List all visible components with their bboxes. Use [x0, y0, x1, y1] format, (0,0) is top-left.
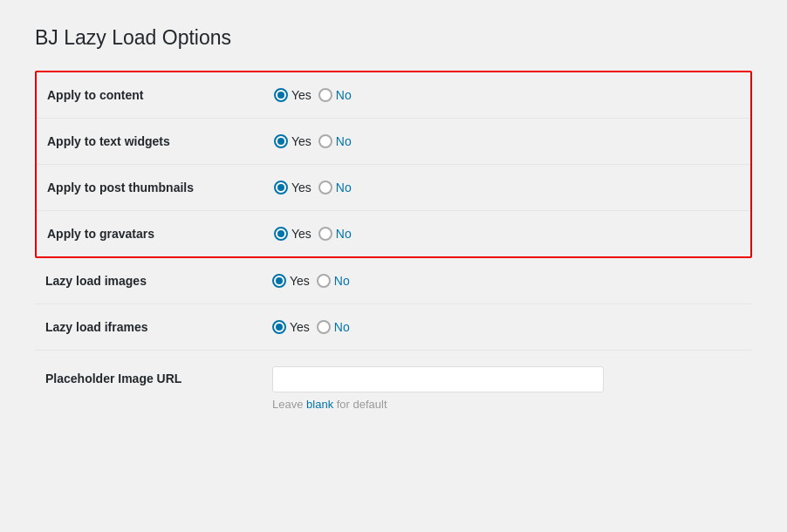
page-title: BJ Lazy Load Options: [35, 26, 752, 50]
lazy-load-images-controls: Yes No: [272, 274, 350, 288]
placeholder-image-url-label: Placeholder Image URL: [45, 366, 272, 385]
placeholder-hint: Leave blank for default: [272, 398, 604, 411]
apply-post-thumbnails-yes-label[interactable]: Yes: [274, 181, 311, 194]
lazy-load-images-yes-label[interactable]: Yes: [272, 274, 310, 288]
lazy-load-images-yes-text: Yes: [290, 274, 310, 288]
apply-content-yes-text: Yes: [291, 88, 311, 102]
apply-content-label: Apply to content: [47, 88, 274, 102]
apply-content-no-text: No: [336, 88, 352, 102]
row-apply-text-widgets: Apply to text widgets Yes No: [37, 119, 750, 165]
placeholder-hint-before: Leave: [272, 398, 306, 411]
apply-content-no-radio[interactable]: [318, 88, 332, 102]
apply-gravatars-yes-label[interactable]: Yes: [274, 227, 311, 241]
apply-text-widgets-label: Apply to text widgets: [47, 134, 274, 148]
apply-content-no-label[interactable]: No: [318, 88, 352, 102]
apply-post-thumbnails-no-radio[interactable]: [318, 181, 332, 194]
apply-text-widgets-no-text: No: [336, 134, 352, 148]
apply-content-yes-label[interactable]: Yes: [274, 88, 311, 102]
apply-post-thumbnails-label: Apply to post thumbnails: [47, 181, 274, 194]
apply-post-thumbnails-controls: Yes No: [274, 181, 352, 194]
apply-text-widgets-controls: Yes No: [274, 134, 352, 148]
apply-text-widgets-yes-text: Yes: [291, 134, 311, 148]
apply-content-controls: Yes No: [274, 88, 352, 102]
apply-text-widgets-no-radio[interactable]: [318, 134, 332, 148]
lazy-load-iframes-yes-radio[interactable]: [272, 320, 286, 334]
apply-post-thumbnails-no-text: No: [336, 181, 352, 194]
lazy-load-images-no-label[interactable]: No: [317, 274, 350, 288]
highlighted-section: Apply to content Yes No Apply to text wi…: [35, 71, 752, 258]
row-apply-content: Apply to content Yes No: [37, 72, 750, 119]
lazy-load-iframes-yes-text: Yes: [290, 320, 310, 334]
lazy-load-iframes-no-radio[interactable]: [317, 320, 331, 334]
apply-gravatars-no-label[interactable]: No: [318, 227, 352, 241]
lazy-load-iframes-controls: Yes No: [272, 320, 350, 334]
lazy-load-iframes-no-text: No: [334, 320, 350, 334]
lazy-load-iframes-yes-label[interactable]: Yes: [272, 320, 310, 334]
placeholder-image-url-controls: Leave blank for default: [272, 366, 604, 411]
lazy-load-iframes-label: Lazy load iframes: [45, 320, 272, 334]
lazy-load-images-label: Lazy load images: [45, 274, 272, 288]
placeholder-hint-after: for default: [333, 398, 387, 411]
apply-text-widgets-no-label[interactable]: No: [318, 134, 352, 148]
apply-gravatars-controls: Yes No: [274, 227, 352, 241]
apply-content-yes-radio[interactable]: [274, 88, 288, 102]
apply-post-thumbnails-no-label[interactable]: No: [318, 181, 352, 194]
row-apply-gravatars: Apply to gravatars Yes No: [37, 211, 750, 256]
apply-gravatars-label: Apply to gravatars: [47, 227, 274, 241]
row-lazy-load-iframes: Lazy load iframes Yes No: [35, 304, 752, 351]
apply-gravatars-yes-radio[interactable]: [274, 227, 288, 241]
lazy-load-images-no-text: No: [334, 274, 350, 288]
lazy-load-images-yes-radio[interactable]: [272, 274, 286, 288]
apply-post-thumbnails-yes-text: Yes: [291, 181, 311, 194]
apply-gravatars-no-text: No: [336, 227, 352, 241]
row-apply-post-thumbnails: Apply to post thumbnails Yes No: [37, 165, 750, 211]
row-lazy-load-images: Lazy load images Yes No: [35, 258, 752, 304]
lazy-load-iframes-no-label[interactable]: No: [317, 320, 350, 334]
row-placeholder-image-url: Placeholder Image URL Leave blank for de…: [35, 351, 752, 426]
apply-text-widgets-yes-radio[interactable]: [274, 134, 288, 148]
placeholder-hint-link: blank: [306, 398, 333, 411]
apply-gravatars-no-radio[interactable]: [318, 227, 332, 241]
apply-post-thumbnails-yes-radio[interactable]: [274, 181, 288, 194]
placeholder-image-url-input[interactable]: [272, 366, 604, 392]
lazy-load-images-no-radio[interactable]: [317, 274, 331, 288]
apply-gravatars-yes-text: Yes: [291, 227, 311, 241]
apply-text-widgets-yes-label[interactable]: Yes: [274, 134, 311, 148]
